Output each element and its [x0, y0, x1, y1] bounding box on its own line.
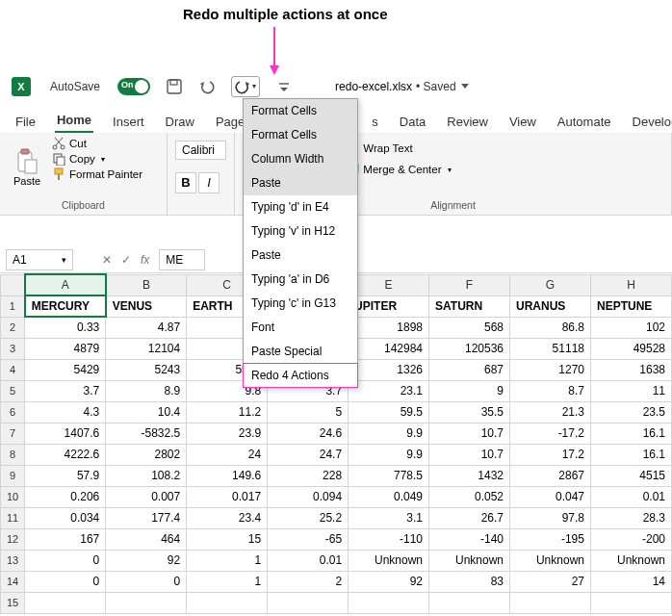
- autosave-toggle[interactable]: On: [117, 78, 150, 95]
- cell[interactable]: 5429: [25, 359, 106, 380]
- cell[interactable]: 4222.6: [25, 444, 106, 465]
- cell[interactable]: 10.7: [429, 423, 510, 444]
- save-icon[interactable]: [166, 78, 183, 95]
- row-header[interactable]: 1: [1, 295, 25, 317]
- cell[interactable]: 1: [187, 571, 268, 592]
- cell[interactable]: 2: [268, 571, 349, 592]
- row-header[interactable]: 2: [1, 317, 25, 338]
- row-header[interactable]: 9: [1, 465, 25, 486]
- cell[interactable]: 9: [429, 380, 510, 401]
- row-header[interactable]: 8: [1, 444, 25, 465]
- cell[interactable]: [349, 592, 429, 613]
- cell[interactable]: 97.8: [510, 507, 591, 528]
- cell[interactable]: 8.7: [510, 380, 591, 401]
- cell[interactable]: NEPTUNE: [590, 295, 671, 317]
- cell[interactable]: [590, 592, 671, 613]
- name-box[interactable]: A1▾: [6, 249, 73, 270]
- cell[interactable]: -5832.5: [106, 423, 187, 444]
- cell[interactable]: 24.6: [268, 423, 349, 444]
- row-header[interactable]: 5: [1, 380, 25, 401]
- cell[interactable]: 1270: [510, 359, 591, 380]
- cell[interactable]: VENUS: [106, 295, 187, 317]
- cell[interactable]: 5243: [106, 359, 187, 380]
- paste-button[interactable]: Paste: [8, 137, 46, 197]
- redo-history-item[interactable]: Typing 'c' in G13: [244, 292, 357, 316]
- cell[interactable]: URANUS: [510, 295, 591, 317]
- redo-history-item[interactable]: Typing 'a' in D6: [244, 268, 357, 292]
- cell[interactable]: 3.1: [349, 507, 429, 528]
- cell[interactable]: 28.3: [590, 507, 671, 528]
- cell[interactable]: Unknown: [349, 550, 429, 571]
- row-header[interactable]: 6: [1, 401, 25, 423]
- redo-history-item[interactable]: Format Cells: [244, 123, 357, 147]
- row-header[interactable]: 10: [1, 486, 25, 507]
- cell[interactable]: 1326: [349, 359, 429, 380]
- italic-button[interactable]: I: [198, 172, 220, 193]
- cell[interactable]: 83: [429, 571, 510, 592]
- cell[interactable]: 92: [349, 571, 429, 592]
- cell[interactable]: 24.7: [268, 444, 349, 465]
- column-header[interactable]: F: [429, 274, 510, 295]
- cell[interactable]: 687: [429, 359, 510, 380]
- cell[interactable]: 120536: [429, 338, 510, 359]
- cell[interactable]: 4879: [25, 338, 106, 359]
- row-header[interactable]: 11: [1, 507, 25, 528]
- cell[interactable]: 1432: [429, 465, 510, 486]
- row-header[interactable]: 12: [1, 528, 25, 550]
- cell[interactable]: 4515: [590, 465, 671, 486]
- cell[interactable]: 16.1: [590, 423, 671, 444]
- cell[interactable]: -17.2: [510, 423, 591, 444]
- row-header[interactable]: 15: [1, 592, 25, 613]
- cell[interactable]: 0.33: [25, 317, 106, 338]
- cell[interactable]: 11: [590, 380, 671, 401]
- cell[interactable]: 35.5: [429, 401, 510, 423]
- cell[interactable]: 0.01: [268, 550, 349, 571]
- cell[interactable]: 23.5: [590, 401, 671, 423]
- filename-group[interactable]: redo-excel.xlsx • Saved: [335, 80, 470, 93]
- select-all-corner[interactable]: [1, 274, 25, 295]
- cancel-icon[interactable]: ✕: [102, 253, 112, 267]
- cell[interactable]: 0: [25, 550, 106, 571]
- cell[interactable]: 17.2: [510, 444, 591, 465]
- cell[interactable]: [106, 592, 187, 613]
- cell[interactable]: 568: [429, 317, 510, 338]
- row-header[interactable]: 13: [1, 550, 25, 571]
- cell[interactable]: 9.9: [349, 423, 429, 444]
- enter-icon[interactable]: ✓: [121, 253, 131, 267]
- cell[interactable]: 3.7: [25, 380, 106, 401]
- column-header[interactable]: B: [106, 274, 187, 295]
- cell[interactable]: 0: [106, 571, 187, 592]
- cell[interactable]: 49528: [590, 338, 671, 359]
- bold-button[interactable]: B: [175, 172, 196, 193]
- tab-view[interactable]: View: [507, 111, 538, 133]
- tab-home[interactable]: Home: [55, 109, 93, 133]
- tab-draw[interactable]: Draw: [164, 111, 196, 133]
- cell[interactable]: 10.7: [429, 444, 510, 465]
- cell[interactable]: -110: [349, 528, 429, 550]
- cell[interactable]: 0.01: [590, 486, 671, 507]
- cell[interactable]: 149.6: [187, 465, 268, 486]
- format-painter-button[interactable]: Format Painter: [52, 167, 142, 181]
- cell[interactable]: 92: [106, 550, 187, 571]
- cell[interactable]: 5: [268, 401, 349, 423]
- cell[interactable]: 57.9: [25, 465, 106, 486]
- column-header[interactable]: H: [590, 274, 671, 295]
- row-header[interactable]: 14: [1, 571, 25, 592]
- cell[interactable]: 142984: [349, 338, 429, 359]
- cell[interactable]: Unknown: [429, 550, 510, 571]
- row-header[interactable]: 7: [1, 423, 25, 444]
- cell[interactable]: 23.9: [187, 423, 268, 444]
- row-header[interactable]: 4: [1, 359, 25, 380]
- cell[interactable]: MERCURY: [25, 295, 106, 317]
- cell[interactable]: 10.4: [106, 401, 187, 423]
- cell[interactable]: 2867: [510, 465, 591, 486]
- cell[interactable]: 1407.6: [25, 423, 106, 444]
- cell[interactable]: 0.049: [349, 486, 429, 507]
- formula-input[interactable]: ME: [159, 249, 205, 270]
- cell[interactable]: 228: [268, 465, 349, 486]
- cell[interactable]: 11.2: [187, 401, 268, 423]
- tab-file[interactable]: File: [13, 111, 38, 133]
- fx-icon[interactable]: fx: [141, 253, 149, 267]
- cell[interactable]: 1638: [590, 359, 671, 380]
- cell[interactable]: [268, 592, 349, 613]
